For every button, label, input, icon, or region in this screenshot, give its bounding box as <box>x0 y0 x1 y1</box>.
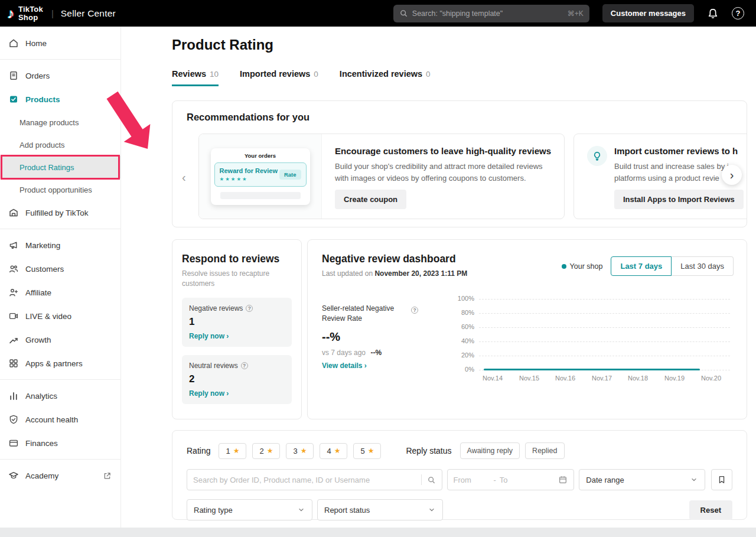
negative-rate-stat: Seller-related Negative Review Rate? --%… <box>322 293 451 388</box>
carousel-left-icon[interactable]: ‹ <box>182 171 186 184</box>
sidebar-item-orders[interactable]: Orders <box>0 64 120 87</box>
sidebar-item-academy[interactable]: Academy <box>0 464 120 487</box>
brand-text: TikTok Shop <box>18 5 43 21</box>
neutral-reviews-label: Neutral reviews <box>189 362 238 370</box>
growth-icon <box>8 334 19 345</box>
brand-line2: Shop <box>18 14 43 21</box>
date-from-input[interactable] <box>454 476 490 484</box>
rating-type-select[interactable]: Rating type <box>187 499 312 520</box>
star-icon: ★ <box>368 447 374 455</box>
review-search-field[interactable] <box>187 469 442 490</box>
tab-imported-reviews[interactable]: Imported reviews 0 <box>240 69 318 86</box>
search-icon[interactable] <box>427 476 436 484</box>
rating-1-star-button[interactable]: 1★ <box>219 443 246 459</box>
date-to-input[interactable] <box>500 476 536 484</box>
report-status-select[interactable]: Report status <box>317 499 443 520</box>
finances-icon <box>8 438 19 448</box>
rating-4-star-button[interactable]: 4★ <box>320 443 347 459</box>
save-filter-bookmark-button[interactable] <box>711 469 732 490</box>
sidebar-item-products[interactable]: Products <box>0 87 120 111</box>
calendar-icon[interactable] <box>558 475 568 484</box>
rating-type-label: Rating type <box>194 506 233 515</box>
rating-3-star-button[interactable]: 3★ <box>286 443 314 459</box>
carousel-right-icon[interactable]: › <box>722 165 742 185</box>
last-7-days-button[interactable]: Last 7 days <box>611 256 672 276</box>
sidebar-item-live-video[interactable]: LIVE & video <box>0 304 120 328</box>
sidebar-item-label: Account health <box>25 415 78 424</box>
chevron-right-glyph: › <box>730 168 734 182</box>
recommendations-title: Recommendations for you <box>187 112 309 123</box>
awaiting-reply-button[interactable]: Awaiting reply <box>460 442 520 459</box>
sidebar-item-fulfilled-by-tiktok[interactable]: Fulfilled by TikTok <box>0 201 120 224</box>
sidebar-item-product-ratings[interactable]: Product Ratings <box>0 156 120 178</box>
sidebar-item-apps-partners[interactable]: Apps & partners <box>0 352 120 375</box>
sidebar-item-label: Products <box>25 95 60 104</box>
install-apps-button[interactable]: Install Apps to Import Reviews <box>614 190 744 209</box>
coupon-card-heading: Encourage customers to leave high-qualit… <box>335 146 551 156</box>
info-icon[interactable]: ? <box>241 362 248 369</box>
tiktok-shop-logo[interactable]: ♪ TikTok Shop <box>7 5 43 21</box>
sidebar-item-finances[interactable]: Finances <box>0 431 120 455</box>
global-search-input[interactable] <box>412 9 563 18</box>
neutral-reviews-count: 2 <box>189 373 285 385</box>
coupon-preview-image: Your orders Reward for Review ★★★★★ Rate <box>199 134 322 219</box>
negative-reply-now-link[interactable]: Reply now › <box>189 332 285 340</box>
customers-icon <box>8 263 19 274</box>
reset-button[interactable]: Reset <box>689 500 732 520</box>
x-tick: Nov.17 <box>587 375 617 382</box>
view-details-link[interactable]: View details › <box>322 362 451 370</box>
sidebar-item-home[interactable]: Home <box>0 31 120 55</box>
sidebar-item-analytics[interactable]: Analytics <box>0 384 120 408</box>
live-video-icon <box>8 311 19 321</box>
sidebar-item-label: Academy <box>25 471 58 480</box>
info-icon[interactable]: ? <box>411 307 418 314</box>
sidebar-item-marketing[interactable]: Marketing <box>0 233 120 257</box>
external-link-icon <box>102 470 112 481</box>
date-range-field[interactable]: - <box>447 469 575 490</box>
sidebar-item-manage-products[interactable]: Manage products <box>0 111 120 134</box>
sidebar-item-growth[interactable]: Growth <box>0 328 120 352</box>
help-icon[interactable]: ? <box>732 7 744 19</box>
sidebar-item-account-health[interactable]: Account health <box>0 408 120 431</box>
y-tick: 80% <box>451 309 474 316</box>
legend-label: Your shop <box>570 262 603 271</box>
global-search[interactable]: ⌘+K <box>393 5 589 22</box>
updated-value: November 20, 2023 1:11 PM <box>374 269 467 278</box>
rating-2-star-button[interactable]: 2★ <box>252 443 280 459</box>
x-tick: Nov.16 <box>550 375 580 382</box>
main-content: Product Rating Reviews 10 Imported revie… <box>121 27 756 528</box>
info-icon[interactable]: ? <box>246 305 253 312</box>
neutral-reply-now-link[interactable]: Reply now › <box>189 389 285 398</box>
sidebar-item-label: Finances <box>25 439 58 448</box>
negative-reviews-label: Negative reviews <box>189 304 243 313</box>
last-30-days-button[interactable]: Last 30 days <box>672 256 734 276</box>
sidebar-item-affiliate[interactable]: Affiliate <box>0 281 120 304</box>
coupon-card-text: Encourage customers to leave high-qualit… <box>322 134 564 219</box>
sidebar-divider <box>0 459 120 460</box>
x-tick: Nov.15 <box>514 375 544 382</box>
sidebar-item-product-opportunities[interactable]: Product opportunities <box>0 178 120 201</box>
star-icon: ★ <box>334 447 341 455</box>
date-range-select[interactable]: Date range <box>579 469 705 490</box>
rating-number: 1 <box>226 447 230 455</box>
sidebar-item-customers[interactable]: Customers <box>0 257 120 281</box>
notifications-bell-icon[interactable] <box>707 8 719 19</box>
customer-messages-button[interactable]: Customer messages <box>602 4 694 22</box>
tab-incentivized-reviews[interactable]: Incentivized reviews 0 <box>340 69 431 86</box>
y-tick: 40% <box>451 337 474 344</box>
rating-5-star-button[interactable]: 5★ <box>353 443 381 459</box>
sidebar-item-add-products[interactable]: Add products <box>0 134 120 156</box>
fulfilled-by-tiktok-icon <box>8 207 19 218</box>
gridline <box>479 299 730 300</box>
app-name: Seller Center <box>61 8 116 19</box>
lightbulb-icon <box>587 146 607 166</box>
qmark-glyph: ? <box>248 305 251 311</box>
dashboard-title: Negative review dashboard <box>322 253 467 265</box>
gridline <box>479 313 730 314</box>
tab-reviews[interactable]: Reviews 10 <box>172 69 219 86</box>
sidebar-item-label: Growth <box>25 336 51 344</box>
review-search-input[interactable] <box>193 476 418 484</box>
replied-button[interactable]: Replied <box>525 442 564 459</box>
y-tick: 100% <box>451 295 474 302</box>
create-coupon-button[interactable]: Create coupon <box>335 190 406 209</box>
